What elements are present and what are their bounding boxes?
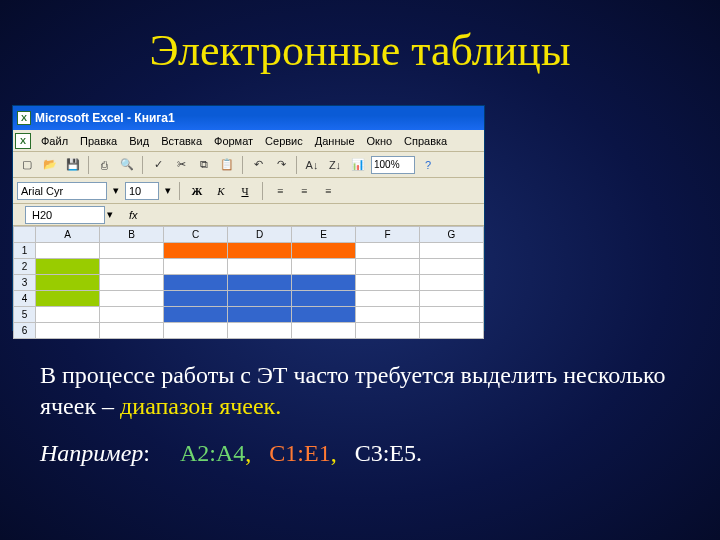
standard-toolbar: ▢ 📂 💾 ⎙ 🔍 ✓ ✂ ⧉ 📋 ↶ ↷ A↓ Z↓ 📊 100% ? (13, 152, 484, 178)
dropdown-icon[interactable]: ▾ (107, 208, 113, 221)
row-header[interactable]: 1 (14, 243, 36, 259)
cell[interactable] (356, 307, 420, 323)
col-header[interactable]: E (292, 227, 356, 243)
menu-window[interactable]: Окно (361, 133, 399, 149)
zoom-box[interactable]: 100% (371, 156, 415, 174)
open-icon[interactable]: 📂 (40, 155, 60, 175)
cell[interactable] (228, 291, 292, 307)
cell[interactable] (356, 291, 420, 307)
cell[interactable] (36, 243, 100, 259)
sort-desc-icon[interactable]: Z↓ (325, 155, 345, 175)
cell[interactable] (420, 259, 484, 275)
cell[interactable] (100, 259, 164, 275)
cell[interactable] (292, 291, 356, 307)
name-box[interactable]: H20 (25, 206, 105, 224)
col-header[interactable]: F (356, 227, 420, 243)
cell[interactable] (100, 323, 164, 339)
cell[interactable] (164, 259, 228, 275)
underline-button[interactable]: Ч (236, 182, 254, 200)
cell[interactable] (292, 275, 356, 291)
excel-app-icon: X (17, 111, 31, 125)
cell[interactable] (356, 259, 420, 275)
menu-tools[interactable]: Сервис (259, 133, 309, 149)
cell[interactable] (36, 307, 100, 323)
cell[interactable] (228, 243, 292, 259)
row-header[interactable]: 2 (14, 259, 36, 275)
col-header[interactable]: A (36, 227, 100, 243)
paste-icon[interactable]: 📋 (217, 155, 237, 175)
cell[interactable] (420, 307, 484, 323)
font-name-box[interactable]: Arial Cyr (17, 182, 107, 200)
cell[interactable] (36, 275, 100, 291)
cell[interactable] (164, 243, 228, 259)
cell[interactable] (100, 243, 164, 259)
col-header[interactable]: C (164, 227, 228, 243)
cut-icon[interactable]: ✂ (171, 155, 191, 175)
cell[interactable] (228, 323, 292, 339)
font-size-box[interactable]: 10 (125, 182, 159, 200)
menu-file[interactable]: Файл (35, 133, 74, 149)
align-center-icon[interactable]: ≡ (295, 182, 313, 200)
comma: , (331, 440, 337, 466)
cell[interactable] (356, 323, 420, 339)
fx-label[interactable]: fx (129, 209, 138, 221)
menu-edit[interactable]: Правка (74, 133, 123, 149)
italic-button[interactable]: К (212, 182, 230, 200)
cell[interactable] (420, 291, 484, 307)
cell[interactable] (292, 259, 356, 275)
cell[interactable] (356, 275, 420, 291)
row-header[interactable]: 6 (14, 323, 36, 339)
sort-asc-icon[interactable]: A↓ (302, 155, 322, 175)
menu-help[interactable]: Справка (398, 133, 453, 149)
cell[interactable] (100, 275, 164, 291)
redo-icon[interactable]: ↷ (271, 155, 291, 175)
row-header[interactable]: 4 (14, 291, 36, 307)
cell[interactable] (36, 259, 100, 275)
cell[interactable] (228, 307, 292, 323)
cell[interactable] (420, 323, 484, 339)
print-icon[interactable]: ⎙ (94, 155, 114, 175)
help-icon[interactable]: ? (418, 155, 438, 175)
titlebar: X Microsoft Excel - Книга1 (13, 106, 484, 130)
preview-icon[interactable]: 🔍 (117, 155, 137, 175)
cell[interactable] (356, 243, 420, 259)
undo-icon[interactable]: ↶ (248, 155, 268, 175)
row-header[interactable]: 5 (14, 307, 36, 323)
col-header[interactable]: D (228, 227, 292, 243)
bold-button[interactable]: Ж (188, 182, 206, 200)
select-all-corner[interactable] (14, 227, 36, 243)
new-icon[interactable]: ▢ (17, 155, 37, 175)
row-header[interactable]: 3 (14, 275, 36, 291)
cell[interactable] (228, 275, 292, 291)
cell[interactable] (292, 307, 356, 323)
menu-data[interactable]: Данные (309, 133, 361, 149)
menu-insert[interactable]: Вставка (155, 133, 208, 149)
cell[interactable] (164, 307, 228, 323)
cell[interactable] (164, 291, 228, 307)
menu-view[interactable]: Вид (123, 133, 155, 149)
dropdown-icon[interactable]: ▾ (113, 184, 119, 197)
cell[interactable] (420, 275, 484, 291)
cell[interactable] (100, 307, 164, 323)
cell[interactable] (228, 259, 292, 275)
cell[interactable] (36, 323, 100, 339)
align-right-icon[interactable]: ≡ (319, 182, 337, 200)
cell[interactable] (420, 243, 484, 259)
cell[interactable] (164, 275, 228, 291)
cell[interactable] (164, 323, 228, 339)
col-header[interactable]: G (420, 227, 484, 243)
spellcheck-icon[interactable]: ✓ (148, 155, 168, 175)
col-header[interactable]: B (100, 227, 164, 243)
dropdown-icon[interactable]: ▾ (165, 184, 171, 197)
cell[interactable] (100, 291, 164, 307)
copy-icon[interactable]: ⧉ (194, 155, 214, 175)
worksheet-grid[interactable]: A B C D E F G 1 2 3 (13, 226, 484, 339)
slide-title: Электронные таблицы (0, 0, 720, 91)
align-left-icon[interactable]: ≡ (271, 182, 289, 200)
cell[interactable] (292, 243, 356, 259)
chart-icon[interactable]: 📊 (348, 155, 368, 175)
cell[interactable] (292, 323, 356, 339)
save-icon[interactable]: 💾 (63, 155, 83, 175)
menu-format[interactable]: Формат (208, 133, 259, 149)
cell[interactable] (36, 291, 100, 307)
